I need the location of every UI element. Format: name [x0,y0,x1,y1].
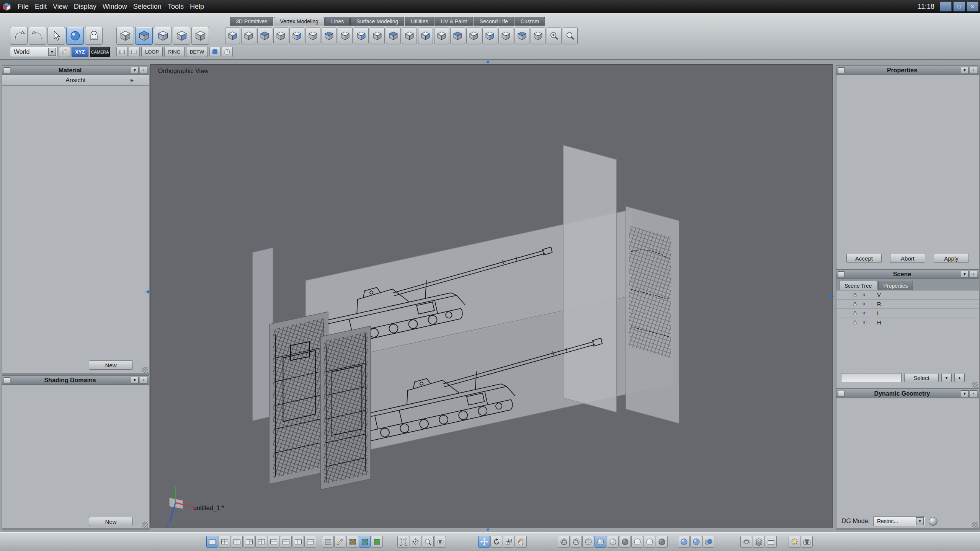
menu-edit[interactable]: Edit [32,0,50,13]
color-swatch-icon[interactable] [209,47,220,57]
dropdown-arrow-icon[interactable]: ▼ [48,48,56,56]
dg-preview-sphere-icon[interactable] [929,517,938,526]
close-button[interactable]: × [967,2,978,11]
eye-icon[interactable] [861,301,867,307]
layers-icon[interactable] [753,536,764,548]
smooth-render-icon[interactable] [678,536,690,548]
tab-scene-properties[interactable]: Properties [878,281,913,290]
seek-camera-icon[interactable] [434,536,446,548]
shading-domains-panel-header[interactable]: Shading Domains ▼ × [2,376,149,385]
viewport[interactable]: x z Orthographic View untitled_1 * [150,64,833,528]
scale-manipulator-icon[interactable] [503,536,514,548]
panel-close-icon[interactable]: × [970,390,977,397]
abort-button[interactable]: Abort [890,254,925,263]
layout-single-view-icon[interactable] [206,536,218,548]
scene-tree-row[interactable]: R [836,300,979,309]
layout-four-views-icon[interactable] [219,536,230,548]
viewport-splitter-top[interactable]: ▲ [485,59,490,64]
cut-slice-tool-icon[interactable] [450,27,465,44]
translate-manipulator-icon[interactable] [478,536,490,548]
sweep-surface-tool-icon[interactable] [257,27,272,44]
select-object-mode-icon[interactable] [116,27,134,45]
backface-shading-icon[interactable] [656,536,668,548]
camera-snapshot-icon[interactable] [801,536,813,548]
eye-icon[interactable] [861,292,867,298]
sort-ascending-button[interactable]: ▲ [954,373,965,382]
apply-button[interactable]: Apply [934,254,969,263]
light-icon[interactable] [789,536,800,548]
smooth-tool-icon[interactable] [322,27,336,44]
redo-icon[interactable] [29,27,46,45]
weld-points-tool-icon[interactable] [418,27,433,44]
shaded-texture-display-icon[interactable] [359,536,371,548]
lock-icon[interactable] [852,301,858,307]
camera-axes-button[interactable]: CAMERA [90,47,110,57]
extrude-line-tool-icon[interactable] [241,27,256,44]
grid-display-icon[interactable] [322,536,334,548]
layout-two-rows-icon[interactable] [268,536,279,548]
tab-lines[interactable]: Lines [325,17,350,26]
tube-tool-icon[interactable] [273,27,288,44]
eye-icon[interactable] [861,310,867,316]
close-polyline-tool-icon[interactable] [402,27,417,44]
panel-close-icon[interactable]: × [140,377,147,384]
accept-button[interactable]: Accept [846,254,882,263]
viewport-scene[interactable]: x z [150,65,832,528]
dropdown-arrow-icon[interactable]: ▼ [916,517,924,525]
tab-second-life[interactable]: Second Life [474,17,514,26]
menu-tools[interactable]: Tools [165,0,187,13]
panel-menu-icon[interactable] [4,377,10,383]
between-select-button[interactable]: BETW [186,47,208,57]
menu-window[interactable]: Window [100,0,130,13]
menu-selection[interactable]: Selection [130,0,165,13]
resize-grip[interactable] [142,522,148,528]
dissolve-tool-icon[interactable] [482,27,497,44]
panel-menu-icon[interactable] [838,67,844,73]
double-sided-render-icon[interactable] [702,536,714,548]
select-edges-mode-icon[interactable] [154,27,172,45]
paint-display-icon[interactable] [334,536,346,548]
layout-three-right-icon[interactable] [255,536,267,548]
viewport-splitter-left[interactable]: ◀ [145,289,149,294]
material-display-icon[interactable] [371,536,383,548]
lock-icon[interactable] [852,310,858,316]
panel-close-icon[interactable]: × [140,67,147,74]
gouraud-render-icon[interactable] [690,536,702,548]
layout-one-two-icon[interactable] [292,536,304,548]
hidden-line-shading-icon[interactable] [570,536,582,548]
minimize-button[interactable]: – [940,2,952,11]
scene-tree-row[interactable]: H [836,318,979,327]
decimate-tool-icon[interactable] [498,27,513,44]
bevel-tool-icon[interactable] [338,27,353,44]
panel-collapse-icon[interactable]: ▼ [131,67,139,74]
resize-grip[interactable] [142,367,148,373]
panel-menu-icon[interactable] [4,67,10,73]
front-blueprint-plane-a[interactable] [269,312,328,484]
triangulate-tool-icon[interactable] [514,27,529,44]
avatar-tool-icon[interactable] [85,27,103,45]
viewport-splitter-right[interactable]: ▶ [830,293,834,298]
panel-close-icon[interactable]: × [970,271,977,278]
layout-three-left-icon[interactable] [243,536,255,548]
panel-close-icon[interactable]: × [970,67,977,74]
resize-grip[interactable] [972,382,978,388]
tab-utilities[interactable]: Utilities [405,17,434,26]
lock-icon[interactable] [852,320,858,325]
thickness-tool-icon[interactable] [289,27,304,44]
menu-file[interactable]: File [15,0,32,13]
lock-icon[interactable] [852,292,858,298]
auto-select-mode-icon[interactable] [191,27,209,45]
rotate-manipulator-icon[interactable] [490,536,502,548]
transparent-shading-icon[interactable] [631,536,643,548]
tessellate-tool-icon[interactable] [466,27,481,44]
flat-shading-icon[interactable] [582,536,594,548]
frame-selection-icon[interactable] [397,536,409,548]
ring-select-button[interactable]: RING [164,47,185,57]
layout-two-one-icon[interactable] [304,536,316,548]
ring-preview-toggle-icon[interactable] [129,47,140,57]
textured-shading-icon[interactable] [607,536,619,548]
tab-uv-paint[interactable]: UV & Paint [434,17,473,26]
soft-selection-timer-icon[interactable] [222,47,233,57]
menu-view[interactable]: View [50,0,71,13]
smooth-shading-icon[interactable] [595,536,606,548]
